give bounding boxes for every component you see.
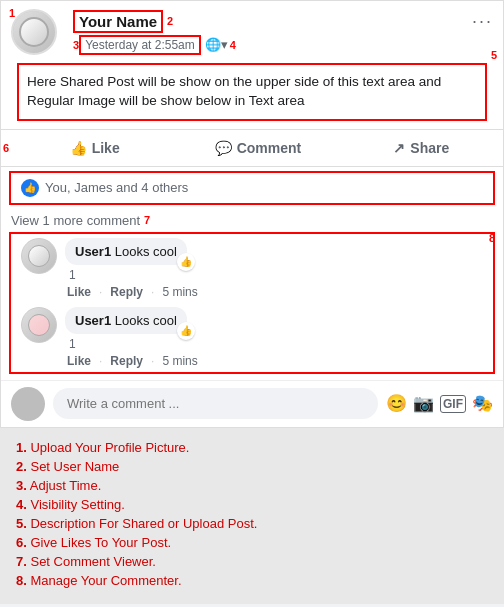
instructions-section: 1. Upload Your Profile Picture. 2. Set U… — [0, 428, 504, 604]
comment-reply-link[interactable]: Reply — [110, 354, 143, 368]
likes-row: 👍 You, James and 4 others — [9, 171, 495, 205]
instruction-num: 5. — [16, 516, 27, 531]
instruction-num: 2. — [16, 459, 27, 474]
comment-text: Looks cool — [115, 244, 177, 259]
comment-icon: 💬 — [215, 140, 232, 156]
instruction-text: Upload Your Profile Picture. — [30, 440, 189, 455]
comment-time: 5 mins — [162, 354, 197, 368]
instruction-num: 7. — [16, 554, 27, 569]
comment-item: User1 Looks cool 👍 1 Like · Reply · 5 mi… — [21, 307, 483, 368]
comment-actions: Like · Reply · 5 mins — [65, 354, 483, 368]
post-time: Yesterday at 2:55am — [79, 35, 201, 55]
instruction-item: 7. Set Comment Viewer. — [16, 554, 488, 569]
instruction-num: 1. — [16, 440, 27, 455]
instruction-item: 8. Manage Your Commenter. — [16, 573, 488, 588]
more-options-button[interactable]: ··· — [472, 11, 493, 32]
profile-avatar[interactable] — [11, 9, 57, 55]
comment-like-link[interactable]: Like — [67, 285, 91, 299]
reaction-icon: 👍 — [177, 322, 195, 340]
instruction-item: 4. Visibility Setting. — [16, 497, 488, 512]
comment-like-link[interactable]: Like — [67, 354, 91, 368]
comments-area: 8 User1 Looks cool 👍 1 Like · Re — [9, 232, 495, 374]
like-thumb-icon: 👍 — [21, 179, 39, 197]
instruction-num: 8. — [16, 573, 27, 588]
instruction-text: Set User Name — [30, 459, 119, 474]
camera-icon[interactable]: 📷 — [413, 393, 434, 414]
comment-avatar — [21, 238, 57, 274]
post-description: Here Shared Post will be show on the upp… — [17, 63, 487, 121]
instruction-item: 3. Adjust Time. — [16, 478, 488, 493]
share-label: Share — [410, 140, 449, 156]
reaction-count: 1 — [69, 337, 76, 351]
comment-item: User1 Looks cool 👍 1 Like · Reply · 5 mi… — [21, 238, 483, 299]
like-button[interactable]: 👍 Like — [13, 134, 176, 162]
instruction-text: Give Likes To Your Post. — [30, 535, 171, 550]
instruction-text: Manage Your Commenter. — [30, 573, 181, 588]
like-label: Like — [92, 140, 120, 156]
comment-button[interactable]: 💬 Comment — [176, 134, 339, 162]
label-6: 6 — [3, 142, 9, 154]
comment-username: User1 — [75, 313, 111, 328]
instruction-num: 4. — [16, 497, 27, 512]
label-2: 2 — [167, 15, 173, 27]
label-1: 1 — [9, 7, 15, 19]
action-bar: 6 👍 Like 💬 Comment ↗ Share — [1, 129, 503, 167]
reaction-icon: 👍 — [177, 253, 195, 271]
emoji-icon[interactable]: 😊 — [386, 393, 407, 414]
share-icon: ↗ — [393, 140, 405, 156]
user-info: Your Name 2 3 Yesterday at 2:55am 🌐▾ 4 — [73, 10, 493, 55]
instruction-text: Adjust Time. — [30, 478, 102, 493]
label-7: 7 — [144, 214, 150, 226]
comment-label: Comment — [237, 140, 302, 156]
visibility-icon[interactable]: 🌐▾ — [205, 37, 228, 52]
instruction-text: Visibility Setting. — [30, 497, 124, 512]
comment-text: Looks cool — [115, 313, 177, 328]
comment-avatar — [21, 307, 57, 343]
comment-username: User1 — [75, 244, 111, 259]
instruction-text: Description For Shared or Upload Post. — [30, 516, 257, 531]
sticker-icon[interactable]: 🎭 — [472, 393, 493, 414]
instruction-item: 1. Upload Your Profile Picture. — [16, 440, 488, 455]
gif-icon[interactable]: GIF — [440, 395, 466, 413]
post-card: 1 Your Name 2 3 Yesterday at 2:55am 🌐▾ 4… — [0, 0, 504, 428]
instruction-text: Set Comment Viewer. — [30, 554, 155, 569]
likes-text: You, James and 4 others — [45, 180, 188, 195]
instruction-item: 6. Give Likes To Your Post. — [16, 535, 488, 550]
post-header: 1 Your Name 2 3 Yesterday at 2:55am 🌐▾ 4… — [1, 1, 503, 63]
view-comments-row: View 1 more comment 7 — [1, 209, 503, 232]
instruction-item: 2. Set User Name — [16, 459, 488, 474]
label-5: 5 — [491, 49, 497, 61]
write-comment-icons: 😊 📷 GIF 🎭 — [386, 393, 493, 414]
comment-bubble: User1 Looks cool 👍 — [65, 307, 187, 334]
write-comment-bar: 😊 📷 GIF 🎭 — [1, 380, 503, 427]
reaction-count: 1 — [69, 268, 76, 282]
instruction-num: 6. — [16, 535, 27, 550]
like-icon: 👍 — [70, 140, 87, 156]
comment-input[interactable] — [53, 388, 378, 419]
label-4: 4 — [230, 39, 236, 51]
label-8: 8 — [489, 232, 495, 244]
user-name: Your Name — [73, 10, 163, 33]
comment-actions: Like · Reply · 5 mins — [65, 285, 483, 299]
share-button[interactable]: ↗ Share — [340, 134, 503, 162]
instruction-num: 3. — [16, 478, 27, 493]
comment-bubble: User1 Looks cool 👍 — [65, 238, 187, 265]
comment-time: 5 mins — [162, 285, 197, 299]
view-comments-link[interactable]: View 1 more comment — [11, 213, 140, 228]
instruction-item: 5. Description For Shared or Upload Post… — [16, 516, 488, 531]
comment-reply-link[interactable]: Reply — [110, 285, 143, 299]
write-comment-avatar — [11, 387, 45, 421]
